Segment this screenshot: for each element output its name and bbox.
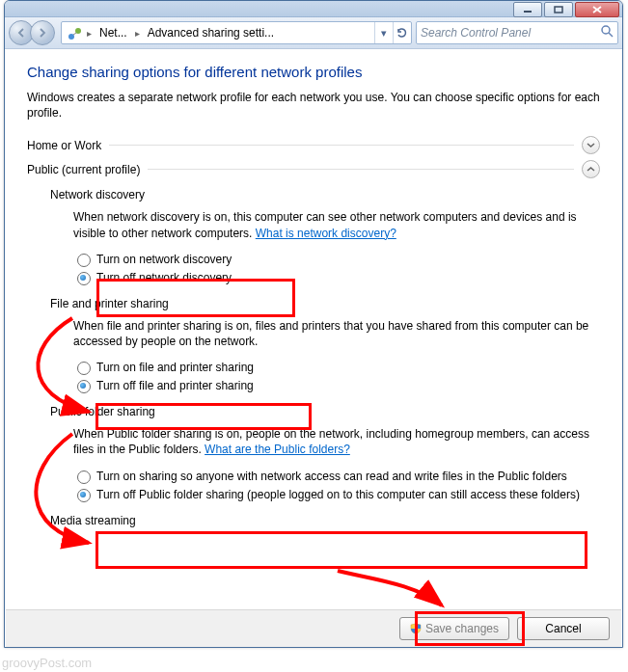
search-icon xyxy=(601,25,614,40)
pfs-title: Public folder sharing xyxy=(50,405,600,418)
collapse-public-button[interactable] xyxy=(582,160,600,178)
save-changes-button[interactable]: Save changes xyxy=(399,617,509,640)
radio-label: Turn off network discovery xyxy=(96,271,232,284)
radio-icon xyxy=(77,380,91,393)
maximize-button[interactable] xyxy=(544,2,573,17)
profile-home-work: Home or Work xyxy=(27,136,600,154)
pfs-desc: When Public folder sharing is on, people… xyxy=(50,426,600,457)
refresh-button[interactable] xyxy=(393,22,411,43)
breadcrumb-network[interactable]: Net... xyxy=(94,22,133,43)
address-dropdown-button[interactable]: ▾ xyxy=(374,22,393,43)
chevron-right-icon: ▸ xyxy=(133,28,142,39)
radio-icon xyxy=(77,254,91,267)
network-discovery-title: Network discovery xyxy=(50,188,600,202)
expand-home-work-button[interactable] xyxy=(582,136,600,154)
watermark-text: groovyPost.com xyxy=(2,656,92,670)
radio-pfs-off[interactable]: Turn off Public folder sharing (people l… xyxy=(73,486,600,504)
page-title: Change sharing options for different net… xyxy=(27,64,600,80)
what-are-public-folders-link[interactable]: What are the Public folders? xyxy=(205,443,350,456)
profile-home-work-label: Home or Work xyxy=(27,139,101,152)
radio-netdisc-on[interactable]: Turn on network discovery xyxy=(73,251,600,269)
svg-line-8 xyxy=(609,33,613,37)
radio-fps-on[interactable]: Turn on file and printer sharing xyxy=(73,359,600,377)
radio-label: Turn on network discovery xyxy=(96,253,232,266)
section-media-streaming: Media streaming xyxy=(27,514,600,527)
svg-point-7 xyxy=(602,26,610,34)
network-icon xyxy=(62,22,85,43)
breadcrumb-advanced-sharing[interactable]: Advanced sharing setti... xyxy=(142,22,280,43)
cancel-label: Cancel xyxy=(545,622,581,635)
nav-history-buttons xyxy=(9,20,51,45)
fps-desc: When file and printer sharing is on, fil… xyxy=(50,318,600,349)
network-discovery-desc: When network discovery is on, this compu… xyxy=(50,209,600,240)
section-network-discovery: Network discovery When network discovery… xyxy=(27,188,600,286)
radio-label: Turn off Public folder sharing (people l… xyxy=(96,488,580,501)
radio-label: Turn on sharing so anyone with network a… xyxy=(96,470,567,483)
svg-rect-1 xyxy=(555,7,562,13)
save-label: Save changes xyxy=(425,622,499,635)
dialog-button-bar: Save changes Cancel xyxy=(6,609,621,647)
radio-icon xyxy=(77,489,91,502)
radio-fps-off[interactable]: Turn off file and printer sharing xyxy=(73,377,600,395)
radio-label: Turn off file and printer sharing xyxy=(96,379,254,392)
radio-icon xyxy=(77,362,91,375)
explorer-navbar: ▸ Net... ▸ Advanced sharing setti... ▾ S… xyxy=(5,17,622,49)
cancel-button[interactable]: Cancel xyxy=(517,617,610,640)
radio-netdisc-off[interactable]: Turn off network discovery xyxy=(73,269,600,287)
control-panel-window: ▸ Net... ▸ Advanced sharing setti... ▾ S… xyxy=(4,0,623,648)
uac-shield-icon xyxy=(410,623,422,634)
profile-public: Public (current profile) Network discove… xyxy=(27,160,600,526)
what-is-network-discovery-link[interactable]: What is network discovery? xyxy=(256,227,396,240)
section-public-folder-sharing: Public folder sharing When Public folder… xyxy=(27,405,600,503)
search-input[interactable]: Search Control Panel xyxy=(416,21,618,44)
address-bar[interactable]: ▸ Net... ▸ Advanced sharing setti... ▾ xyxy=(61,21,412,44)
window-titlebar xyxy=(5,1,622,17)
fps-title: File and printer sharing xyxy=(50,297,600,310)
close-button[interactable] xyxy=(575,2,619,17)
minimize-button[interactable] xyxy=(513,2,542,17)
radio-icon xyxy=(77,470,91,484)
profile-public-label: Public (current profile) xyxy=(27,163,140,176)
section-file-printer-sharing: File and printer sharing When file and p… xyxy=(27,297,600,395)
chevron-right-icon: ▸ xyxy=(85,28,94,39)
forward-button[interactable] xyxy=(30,20,55,45)
svg-line-6 xyxy=(73,33,76,35)
search-placeholder: Search Control Panel xyxy=(421,26,531,40)
media-streaming-title: Media streaming xyxy=(50,514,600,527)
radio-icon xyxy=(77,272,91,285)
page-intro: Windows creates a separate network profi… xyxy=(27,90,600,121)
content-pane: Change sharing options for different net… xyxy=(6,49,621,608)
radio-label: Turn on file and printer sharing xyxy=(96,361,254,374)
radio-pfs-on[interactable]: Turn on sharing so anyone with network a… xyxy=(73,468,600,486)
